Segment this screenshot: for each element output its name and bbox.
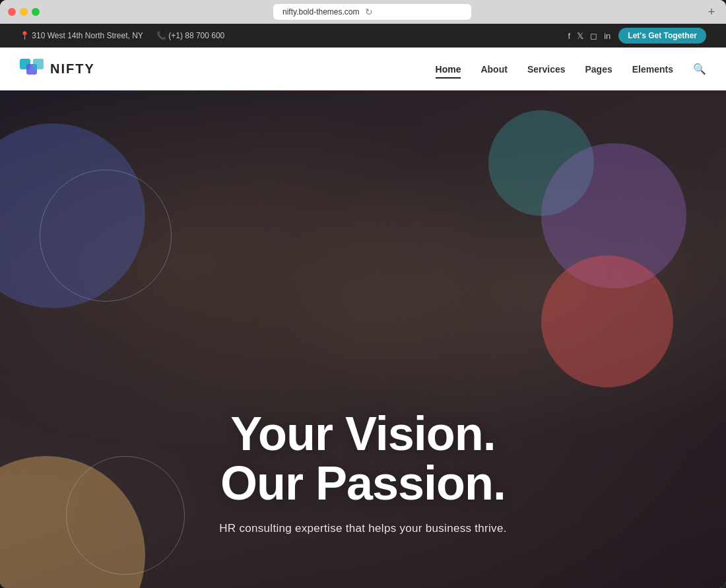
deco-circle-blue-outline xyxy=(40,170,172,302)
nav-home[interactable]: Home xyxy=(436,64,461,79)
nav-elements[interactable]: Elements xyxy=(632,64,673,77)
logo-text: NIFTY xyxy=(50,61,95,77)
twitter-icon[interactable]: 𝕏 xyxy=(577,31,583,41)
phone-icon: 📞 xyxy=(156,31,166,40)
search-icon[interactable]: 🔍 xyxy=(693,63,706,75)
nav-links: Home About Services Pages Elements 🔍 xyxy=(436,63,706,75)
hero-content: Your Vision. Our Passion. HR consulting … xyxy=(36,409,690,535)
location-icon: 📍 xyxy=(20,31,30,40)
hero-title: Your Vision. Our Passion. xyxy=(36,409,690,509)
phone-text: (+1) 88 700 600 xyxy=(168,31,224,40)
cta-button[interactable]: Let's Get Together xyxy=(618,28,706,44)
logo[interactable]: NIFTY xyxy=(20,57,95,81)
nav-about[interactable]: About xyxy=(480,64,507,77)
address-text: 310 West 14th North Street, NY xyxy=(32,31,143,40)
address-bar[interactable]: nifty.bold-themes.com ↻ xyxy=(273,4,471,20)
close-button[interactable] xyxy=(8,8,16,16)
traffic-lights xyxy=(8,8,40,16)
reload-icon[interactable]: ↻ xyxy=(364,7,374,17)
phone-info: 📞 (+1) 88 700 600 xyxy=(156,31,224,40)
address-info: 📍 310 West 14th North Street, NY xyxy=(20,31,143,40)
browser-titlebar: nifty.bold-themes.com ↻ + xyxy=(0,0,726,24)
browser-window: nifty.bold-themes.com ↻ + 📍 310 West 14t… xyxy=(0,0,726,588)
hero-title-line1: Your Vision. xyxy=(230,407,495,460)
main-navbar: NIFTY Home About Services Pages Elements xyxy=(0,48,726,90)
facebook-icon[interactable]: f xyxy=(568,31,571,41)
minimize-button[interactable] xyxy=(20,8,28,16)
address-bar-container: nifty.bold-themes.com ↻ xyxy=(45,4,700,20)
url-text: nifty.bold-themes.com xyxy=(282,7,360,16)
topbar-left: 📍 310 West 14th North Street, NY 📞 (+1) … xyxy=(20,31,224,40)
add-tab-button[interactable]: + xyxy=(705,5,718,18)
hero-title-line2: Our Passion. xyxy=(220,457,506,509)
deco-circle-red xyxy=(541,255,673,387)
nav-services[interactable]: Services xyxy=(527,64,566,77)
instagram-icon[interactable]: ◻ xyxy=(590,31,597,41)
hero-subtitle: HR consulting expertise that helps your … xyxy=(36,522,690,535)
nav-pages[interactable]: Pages xyxy=(585,64,612,77)
hero-section: Your Vision. Our Passion. HR consulting … xyxy=(0,90,726,588)
fullscreen-button[interactable] xyxy=(32,8,40,16)
topbar-right: f 𝕏 ◻ in Let's Get Together xyxy=(568,28,706,44)
website-content: 📍 310 West 14th North Street, NY 📞 (+1) … xyxy=(0,24,726,588)
svg-rect-2 xyxy=(33,59,44,69)
linkedin-icon[interactable]: in xyxy=(604,31,610,41)
social-links: f 𝕏 ◻ in xyxy=(568,31,611,41)
logo-icon xyxy=(20,57,44,81)
top-info-bar: 📍 310 West 14th North Street, NY 📞 (+1) … xyxy=(0,24,726,48)
